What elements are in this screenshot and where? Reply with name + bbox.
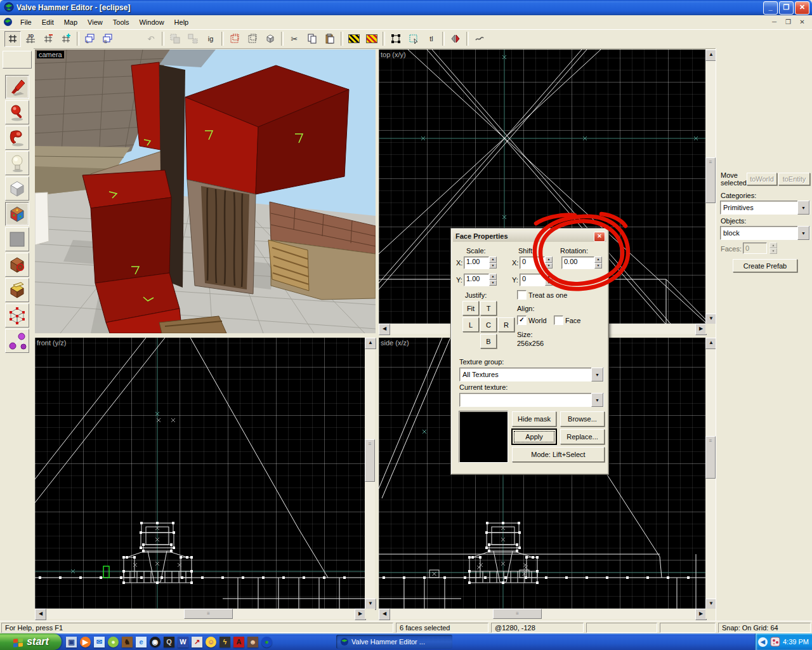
- scale-y-spinner[interactable]: ▲▼: [489, 274, 497, 286]
- start-button[interactable]: start: [0, 633, 62, 650]
- dialog-close-icon[interactable]: ✕: [594, 232, 605, 242]
- chevron-down-icon[interactable]: ▼: [797, 201, 809, 215]
- tray-app-icon[interactable]: [770, 637, 780, 647]
- viewport-side-vscrollbar[interactable]: ▲ ≡ ▼: [705, 338, 716, 609]
- media-player-icon[interactable]: ▶: [80, 637, 91, 647]
- menu-map[interactable]: Map: [59, 17, 82, 28]
- mdi-restore-button[interactable]: ❐: [782, 17, 794, 28]
- browse-button[interactable]: Browse...: [560, 411, 605, 427]
- viewport-side-hscrollbar[interactable]: ◀ ≡ ▶: [379, 609, 705, 619]
- apply-decals-tool-button[interactable]: [5, 253, 29, 277]
- quake-icon[interactable]: Q: [164, 637, 174, 647]
- faces-spinner[interactable]: ▲▼: [769, 242, 777, 254]
- save-window-state-button[interactable]: S: [100, 31, 116, 47]
- magnify-tool-button[interactable]: [5, 100, 29, 124]
- hscroll-thumb[interactable]: ≡: [184, 609, 233, 619]
- objects-select[interactable]: block ▼: [720, 226, 810, 240]
- green-orb-icon[interactable]: ●: [108, 637, 119, 647]
- shift-y-input[interactable]: 0: [520, 274, 545, 286]
- grid-larger-button[interactable]: [58, 31, 74, 47]
- load-window-state-button[interactable]: L: [82, 31, 98, 47]
- shift-y-spinner[interactable]: ▲▼: [545, 274, 553, 286]
- vscroll-thumb[interactable]: ≡: [705, 157, 716, 203]
- close-button[interactable]: ✕: [795, 1, 809, 15]
- minimize-button[interactable]: _: [763, 1, 778, 15]
- steam-icon[interactable]: ◉: [150, 637, 160, 647]
- menu-tools[interactable]: Tools: [108, 17, 134, 28]
- flip-objects-button[interactable]: [447, 31, 464, 47]
- texture-application-tool-button[interactable]: [5, 202, 29, 226]
- shift-x-spinner[interactable]: ▲▼: [545, 256, 553, 269]
- chevron-down-icon[interactable]: ▼: [797, 226, 809, 240]
- clipping-tool-button[interactable]: [5, 278, 29, 302]
- paste-button[interactable]: [322, 31, 338, 47]
- viewport-front-canvas[interactable]: front (y/z): [35, 338, 365, 609]
- grid-toggle-button[interactable]: [4, 31, 21, 47]
- justify-left-button[interactable]: L: [462, 317, 479, 332]
- scale-y-input[interactable]: 1.00: [464, 274, 489, 286]
- cube-button[interactable]: [262, 31, 278, 47]
- current-texture-select[interactable]: ▼: [459, 393, 604, 407]
- texture-lock-hazard-button[interactable]: [346, 31, 362, 47]
- ignore-groups-button[interactable]: ig: [202, 31, 219, 47]
- to-entity-button[interactable]: toEntity: [778, 173, 810, 185]
- scale-x-input[interactable]: 1.00: [464, 256, 489, 269]
- replace-button[interactable]: Replace...: [560, 429, 605, 444]
- tray-chevron-icon[interactable]: ◀: [758, 637, 768, 647]
- undo-button[interactable]: ↶: [143, 31, 159, 47]
- scroll-left-icon[interactable]: ◀: [379, 609, 390, 620]
- cut-button[interactable]: ✂: [286, 31, 303, 47]
- shift-x-input[interactable]: 0: [520, 256, 545, 269]
- align-face-checkbox[interactable]: [554, 315, 563, 325]
- mode-button[interactable]: Mode: Lift+Select: [512, 447, 605, 462]
- task-button-hammer[interactable]: Valve Hammer Editor ...: [336, 635, 452, 649]
- justify-right-button[interactable]: R: [498, 317, 514, 332]
- path-tool-button[interactable]: [5, 329, 29, 353]
- apply-current-texture-tool-button[interactable]: [5, 227, 29, 251]
- mdi-minimize-button[interactable]: ─: [768, 17, 780, 28]
- select-handles-button[interactable]: [388, 31, 404, 47]
- hammer-globe-icon[interactable]: ●: [261, 637, 272, 647]
- rotation-spinner[interactable]: ▲▼: [594, 256, 602, 269]
- hide-mask-button[interactable]: Hide mask: [512, 411, 556, 427]
- clock[interactable]: 4:39 PM: [783, 638, 809, 646]
- justify-fit-button[interactable]: Fit: [462, 301, 479, 315]
- viewport-top-vscrollbar[interactable]: ▲ ≡ ▼: [705, 50, 716, 324]
- viewport-camera-3d[interactable]: camera: [35, 50, 376, 333]
- yahoo-messenger-icon[interactable]: ☺: [206, 637, 216, 647]
- scale-x-spinner[interactable]: ▲▼: [489, 256, 497, 269]
- chevron-down-icon[interactable]: ▼: [591, 393, 603, 407]
- justify-center-button[interactable]: C: [480, 317, 497, 332]
- entity-tool-button[interactable]: [5, 151, 29, 175]
- game-character-icon[interactable]: ♞: [122, 637, 133, 647]
- vscroll-thumb[interactable]: ≡: [705, 436, 716, 479]
- restore-button[interactable]: ❐: [779, 1, 794, 15]
- face-properties-titlebar[interactable]: Face Properties ✕: [453, 230, 606, 242]
- chevron-down-icon[interactable]: ▼: [591, 368, 603, 381]
- apply-button[interactable]: Apply: [512, 429, 556, 444]
- magnify-marquee-button[interactable]: [405, 31, 422, 47]
- word-icon[interactable]: W: [178, 637, 188, 647]
- scroll-up-icon[interactable]: ▲: [365, 338, 376, 349]
- menu-window[interactable]: Window: [134, 17, 169, 28]
- show-desktop-icon[interactable]: ▣: [66, 637, 77, 647]
- mdi-close-button[interactable]: ✕: [796, 17, 808, 28]
- menu-file[interactable]: File: [15, 17, 37, 28]
- portrait-icon[interactable]: ☻: [247, 637, 258, 647]
- categories-select[interactable]: Primitives ▼: [720, 201, 810, 215]
- treat-as-one-checkbox[interactable]: [517, 290, 527, 300]
- texture-lock-button[interactable]: tl: [423, 31, 440, 47]
- block-tool-button[interactable]: [5, 176, 29, 201]
- justify-bottom-button[interactable]: B: [480, 334, 497, 348]
- scroll-left-icon[interactable]: ◀: [379, 324, 390, 335]
- menu-view[interactable]: View: [82, 17, 108, 28]
- menu-help[interactable]: Help: [169, 17, 194, 28]
- grid-smaller-button[interactable]: [40, 31, 56, 47]
- vscroll-thumb[interactable]: ≡: [365, 439, 375, 482]
- faces-input[interactable]: 0: [743, 242, 767, 254]
- viewport-front-vscrollbar[interactable]: ▲ ≡ ▼: [365, 338, 375, 609]
- justify-top-button[interactable]: T: [480, 301, 497, 315]
- rotation-input[interactable]: 0.00: [561, 256, 594, 269]
- red-alert-icon[interactable]: A: [233, 637, 244, 647]
- outlook-express-icon[interactable]: ✉: [94, 637, 105, 647]
